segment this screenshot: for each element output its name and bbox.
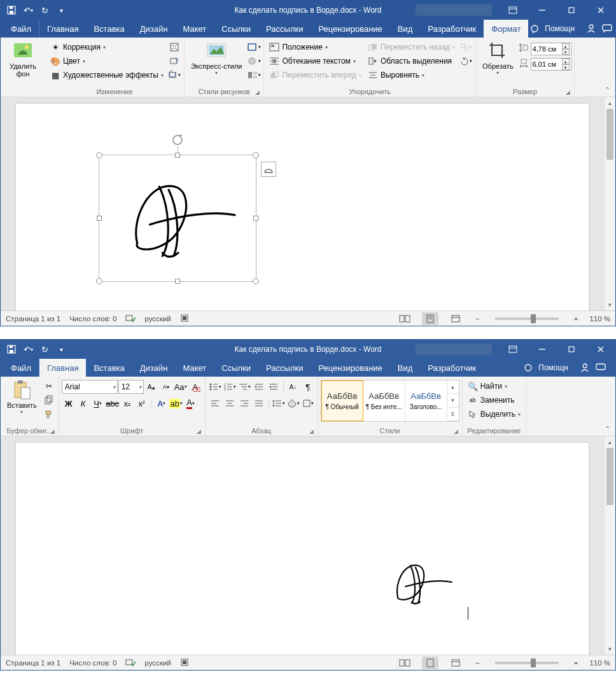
dialog-launcher-icon[interactable]: ◢ bbox=[309, 428, 314, 435]
page[interactable] bbox=[16, 443, 589, 655]
save-icon[interactable] bbox=[4, 3, 18, 17]
shading-button[interactable]: ▾ bbox=[286, 396, 300, 410]
maximize-icon[interactable] bbox=[557, 1, 586, 20]
zoom-level[interactable]: 110 % bbox=[589, 659, 610, 667]
dialog-launcher-icon[interactable]: ◢ bbox=[566, 89, 570, 95]
color-button[interactable]: 🎨Цвет ▾ bbox=[48, 54, 166, 68]
tell-me-icon[interactable] bbox=[528, 22, 541, 35]
tab-mailings[interactable]: Рассылки bbox=[258, 20, 311, 38]
share-icon[interactable] bbox=[585, 22, 598, 35]
tab-layout[interactable]: Макет bbox=[175, 20, 214, 38]
style-no-spacing[interactable]: АаБбВв¶ Без инте... bbox=[363, 380, 405, 421]
picture-effects-button[interactable]: ▾ bbox=[247, 54, 261, 68]
zoom-slider[interactable] bbox=[495, 317, 559, 320]
style-heading1[interactable]: АаБбВвЗаголово... bbox=[405, 380, 447, 421]
page-count[interactable]: Страница 1 из 1 bbox=[6, 659, 60, 667]
copy-button[interactable] bbox=[42, 393, 56, 407]
spellcheck-icon[interactable] bbox=[125, 658, 136, 668]
maximize-icon[interactable] bbox=[557, 340, 586, 359]
font-size-combo[interactable]: 12▾ bbox=[118, 380, 144, 394]
resize-handle-n[interactable] bbox=[175, 153, 180, 158]
zoom-in-icon[interactable]: + bbox=[571, 659, 581, 667]
dialog-launcher-icon[interactable]: ◢ bbox=[454, 428, 458, 435]
zoom-in-icon[interactable]: + bbox=[571, 315, 581, 323]
paste-button[interactable]: Вставить▾ bbox=[3, 378, 41, 417]
scroll-up-icon[interactable]: ▴ bbox=[605, 436, 615, 448]
zoom-slider[interactable] bbox=[495, 662, 559, 664]
reset-picture-button[interactable]: ▾ bbox=[167, 68, 181, 82]
selected-picture[interactable] bbox=[99, 155, 256, 282]
spellcheck-icon[interactable] bbox=[125, 314, 136, 324]
print-layout-icon[interactable] bbox=[422, 312, 438, 325]
language-label[interactable]: русский bbox=[144, 659, 171, 667]
tab-references[interactable]: Ссылки bbox=[214, 359, 258, 377]
picture-border-button[interactable]: ▾ bbox=[247, 40, 261, 54]
resize-handle-e[interactable] bbox=[253, 216, 258, 221]
tab-file[interactable]: Файл bbox=[3, 20, 39, 38]
bold-button[interactable]: Ж bbox=[62, 396, 76, 410]
tab-format[interactable]: Формат bbox=[484, 20, 528, 38]
style-normal[interactable]: АаБбВв¶ Обычный bbox=[321, 380, 363, 421]
tab-design[interactable]: Дизайн bbox=[132, 20, 176, 38]
font-color-button[interactable]: A▾ bbox=[184, 396, 198, 410]
decrease-font-button[interactable]: A▾ bbox=[159, 380, 173, 394]
wrap-text-button[interactable]: Обтекание текстом ▾ bbox=[267, 54, 363, 68]
resize-handle-se[interactable] bbox=[253, 278, 259, 284]
zoom-thumb[interactable] bbox=[531, 658, 536, 667]
resize-handle-w[interactable] bbox=[97, 216, 102, 221]
ribbon-display-options-icon[interactable] bbox=[498, 340, 528, 359]
height-down[interactable]: ▾ bbox=[562, 49, 570, 55]
increase-indent-button[interactable] bbox=[267, 380, 281, 394]
web-layout-icon[interactable] bbox=[447, 657, 464, 669]
picture-layout-button[interactable]: ▾ bbox=[247, 68, 261, 82]
compress-pictures-button[interactable] bbox=[167, 40, 181, 54]
resize-handle-ne[interactable] bbox=[253, 152, 259, 158]
qat-customize-icon[interactable]: ▾ bbox=[54, 3, 68, 17]
format-painter-button[interactable] bbox=[42, 407, 56, 421]
show-marks-button[interactable]: ¶ bbox=[301, 380, 315, 394]
close-icon[interactable] bbox=[586, 1, 615, 20]
width-down[interactable]: ▾ bbox=[562, 64, 570, 70]
vertical-scrollbar[interactable]: ▴ ▾ bbox=[604, 436, 615, 655]
tab-home[interactable]: Главная bbox=[39, 359, 86, 377]
layout-options-flyout-icon[interactable] bbox=[261, 162, 276, 177]
tab-file[interactable]: Файл bbox=[3, 359, 39, 377]
tell-me-label[interactable]: Помощн bbox=[545, 24, 575, 33]
style-expand-icon[interactable]: ⊻ bbox=[447, 408, 459, 421]
web-layout-icon[interactable] bbox=[447, 312, 464, 325]
cut-button[interactable]: ✂ bbox=[42, 379, 56, 393]
multilevel-list-button[interactable]: ▾ bbox=[237, 380, 251, 394]
zoom-out-icon[interactable]: − bbox=[473, 659, 482, 667]
tab-review[interactable]: Рецензирование bbox=[311, 20, 389, 38]
corrections-button[interactable]: ✴Коррекция ▾ bbox=[48, 40, 166, 54]
language-label[interactable]: русский bbox=[144, 315, 171, 323]
zoom-thumb[interactable] bbox=[531, 314, 536, 323]
close-icon[interactable] bbox=[586, 340, 615, 359]
read-mode-icon[interactable] bbox=[396, 312, 413, 325]
minimize-icon[interactable] bbox=[528, 1, 557, 20]
style-scroll-up-icon[interactable]: ▴ bbox=[447, 380, 459, 394]
tab-insert[interactable]: Вставка bbox=[86, 20, 132, 38]
highlight-button[interactable]: ab▾ bbox=[169, 396, 183, 410]
share-icon[interactable] bbox=[578, 361, 591, 374]
resize-handle-s[interactable] bbox=[175, 279, 180, 284]
select-button[interactable]: Выделить ▾ bbox=[465, 407, 523, 421]
scroll-down-icon[interactable]: ▾ bbox=[605, 299, 615, 310]
tab-review[interactable]: Рецензирование bbox=[311, 359, 389, 377]
align-right-button[interactable] bbox=[237, 396, 251, 410]
crop-button[interactable]: Обрезать▾ bbox=[479, 39, 517, 78]
dialog-launcher-icon[interactable]: ◢ bbox=[197, 428, 201, 435]
tab-references[interactable]: Ссылки bbox=[214, 20, 258, 38]
strikethrough-button[interactable]: abc bbox=[106, 396, 120, 410]
tab-view[interactable]: Вид bbox=[390, 359, 421, 377]
macro-icon[interactable] bbox=[180, 658, 189, 668]
dialog-launcher-icon[interactable]: ◢ bbox=[255, 89, 260, 95]
macro-icon[interactable] bbox=[180, 314, 189, 324]
tab-developer[interactable]: Разработчик bbox=[420, 359, 484, 377]
italic-button[interactable]: К bbox=[76, 396, 90, 410]
scroll-thumb[interactable] bbox=[606, 109, 613, 160]
rotate-button[interactable]: ▾ bbox=[459, 54, 473, 68]
word-count[interactable]: Число слов: 0 bbox=[69, 659, 116, 667]
undo-icon[interactable]: ↶▾ bbox=[21, 3, 35, 17]
word-count[interactable]: Число слов: 0 bbox=[69, 315, 116, 323]
